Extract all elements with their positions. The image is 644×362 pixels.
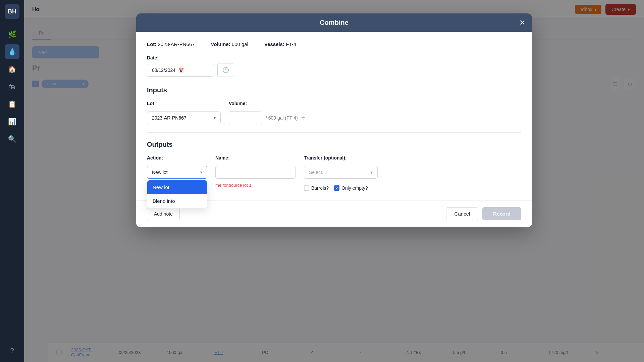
sidebar-icon-help[interactable]: ? <box>5 343 19 358</box>
date-input-group: 08/12/2024 📅 🕐 <box>147 63 521 77</box>
inputs-form-row: Lot: 2023-AR-PN667 ▾ Volume: / 600 gal (… <box>147 101 521 124</box>
cancel-button[interactable]: Cancel <box>446 207 479 220</box>
dropdown-item-blend-into[interactable]: Blend into <box>147 194 207 208</box>
action-label: Action: <box>147 155 207 161</box>
modal-title: Combine <box>320 19 348 27</box>
dropdown-item-new-lot[interactable]: New lot <box>147 180 207 194</box>
transfer-field: Transfer (optional): Select... ▾ Barrels… <box>304 155 378 191</box>
inputs-lot-field: Lot: 2023-AR-PN667 ▾ <box>147 101 221 124</box>
sidebar-icon-clipboard[interactable]: 📋 <box>5 97 19 111</box>
combine-modal: Combine ✕ Lot: 2023-AR-PN667 Volume: 600… <box>136 13 532 227</box>
inputs-volume-field: Volume: / 600 gal (FT-4) + <box>229 101 521 124</box>
modal-header: Combine ✕ <box>136 13 532 32</box>
sidebar-icon-building[interactable]: 🏠 <box>5 62 19 77</box>
sidebar-icon-search[interactable]: 🔍 <box>5 132 19 146</box>
name-label: Name: <box>215 155 296 161</box>
date-input[interactable]: 08/12/2024 📅 <box>147 64 214 77</box>
barrels-checkbox-group: Barrels? <box>304 185 329 191</box>
volume-input-group: / 600 gal (FT-4) + <box>229 111 521 124</box>
calendar-icon: 📅 <box>178 67 184 73</box>
inputs-volume-label: Volume: <box>229 101 521 106</box>
app-logo[interactable]: BH <box>5 4 19 19</box>
footer-actions: Cancel Record <box>446 207 521 220</box>
action-dropdown-menu: New lot Blend into <box>147 180 207 208</box>
transfer-label: Transfer (optional): <box>304 155 378 161</box>
sidebar-icon-droplet[interactable]: 💧 <box>5 44 19 59</box>
lot-info: Lot: 2023-AR-PN667 <box>147 41 195 47</box>
volume-input[interactable] <box>229 111 262 124</box>
name-field: Name: me for source lot 1 <box>215 155 296 188</box>
sidebar-icon-bag[interactable]: 🛍 <box>5 79 19 94</box>
barrels-label: Barrels? <box>311 185 329 191</box>
modal-close-button[interactable]: ✕ <box>519 19 525 27</box>
transfer-select-button[interactable]: Select... ▾ <box>304 166 378 179</box>
modal-overlay: Combine ✕ Lot: 2023-AR-PN667 Volume: 600… <box>24 0 644 362</box>
checkboxes-row: Barrels? ✓ Only empty? <box>304 185 378 191</box>
only-empty-checkbox[interactable]: ✓ <box>334 185 339 191</box>
name-input[interactable] <box>215 166 296 179</box>
chevron-down-icon: ▾ <box>370 170 373 175</box>
date-label: Date: <box>147 55 521 60</box>
lot-info-row: Lot: 2023-AR-PN667 Volume: 600 gal Vesse… <box>147 41 521 47</box>
volume-info: Volume: 600 gal <box>211 41 248 47</box>
chevron-down-icon: ▾ <box>214 116 216 120</box>
only-empty-checkbox-group: ✓ Only empty? <box>334 185 368 191</box>
outputs-heading: Outputs <box>147 141 521 148</box>
volume-suffix: / 600 gal (FT-4) <box>266 115 298 121</box>
clock-icon: 🕐 <box>222 67 229 73</box>
sidebar: BH 🌿 💧 🏠 🛍 📋 📊 🔍 ? <box>0 0 24 362</box>
main-content: Ho ndbox ▾ Create ▾ Pr rved Pr ✓ <box>24 0 644 362</box>
add-input-button[interactable]: + <box>301 114 305 122</box>
inputs-lot-dropdown[interactable]: 2023-AR-PN667 ▾ <box>147 111 221 124</box>
action-select-button[interactable]: New lot ▾ <box>147 166 207 179</box>
chevron-down-icon: ▾ <box>200 170 202 175</box>
section-divider <box>147 132 521 133</box>
action-field: Action: New lot ▾ New lot <box>147 155 207 179</box>
time-button[interactable]: 🕐 <box>217 63 234 77</box>
date-row: Date: 08/12/2024 📅 🕐 <box>147 55 521 77</box>
inputs-lot-label: Lot: <box>147 101 221 106</box>
error-text: me for source lot 1 <box>215 183 296 188</box>
inputs-heading: Inputs <box>147 86 521 94</box>
add-note-button[interactable]: Add note <box>147 208 180 220</box>
sidebar-icon-list[interactable]: 📊 <box>5 114 19 129</box>
sidebar-icon-leaf[interactable]: 🌿 <box>5 27 19 42</box>
record-button[interactable]: Record <box>482 207 521 220</box>
barrels-checkbox[interactable] <box>304 185 309 191</box>
modal-body: Lot: 2023-AR-PN667 Volume: 600 gal Vesse… <box>136 32 532 200</box>
outputs-grid: Action: New lot ▾ New lot <box>147 155 521 191</box>
only-empty-label: Only empty? <box>341 185 368 191</box>
vessels-info: Vessels: FT-4 <box>264 41 296 47</box>
